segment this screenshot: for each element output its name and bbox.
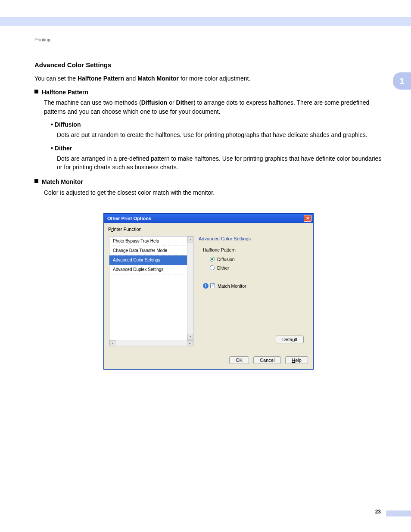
square-bullet-icon xyxy=(34,179,38,183)
section-halftone-body: The machine can use two methods (Diffusi… xyxy=(44,98,385,116)
text: You can set the xyxy=(34,75,78,82)
help-button[interactable]: Help xyxy=(285,356,308,364)
page-content: Advanced Color Settings You can set the … xyxy=(34,60,385,197)
intro-paragraph: You can set the Halftone Pattern and Mat… xyxy=(34,74,385,83)
term-dither: Dither xyxy=(176,99,193,106)
subitem-body: Dots are arranged in a pre-defined patte… xyxy=(57,154,385,172)
settings-panel: Advanced Color Settings Halftone Pattern… xyxy=(199,236,309,348)
radio-label: Diffusion xyxy=(217,257,235,262)
page-number-tab xyxy=(386,510,411,516)
cancel-button[interactable]: Cancel xyxy=(253,356,281,364)
radio-diffusion[interactable]: Diffusion xyxy=(210,257,235,262)
halftone-pattern-label: Halftone Pattern xyxy=(203,247,309,252)
section-match-monitor-body: Color is adjusted to get the closest col… xyxy=(44,188,385,197)
subitem-body: Dots are put at random to create the hal… xyxy=(57,131,385,139)
default-button[interactable]: Default xyxy=(276,336,304,343)
info-icon[interactable]: i xyxy=(203,283,209,289)
text: or xyxy=(167,99,176,106)
other-print-options-dialog: Other Print Options ✕ Printer Function P… xyxy=(103,213,314,370)
scroll-up-icon[interactable]: ▴ xyxy=(187,236,193,243)
radio-label: Dither xyxy=(217,265,229,271)
printer-function-listbox[interactable]: Photo Bypass Tray Help Change Data Trans… xyxy=(109,236,193,346)
subitem-label: Dither xyxy=(51,145,72,152)
chapter-number: 1 xyxy=(399,76,404,86)
list-item-selected[interactable]: Advanced Color Settings xyxy=(109,255,193,265)
dialog-title: Other Print Options xyxy=(107,216,151,221)
dialog-button-row: OK Cancel Help xyxy=(229,356,308,364)
checkbox-match-monitor[interactable]: ✓ Match Monitor xyxy=(210,283,246,289)
section-label: Match Monitor xyxy=(42,177,83,186)
section-label: Halftone Pattern xyxy=(42,88,88,96)
term-halftone-pattern: Halftone Pattern xyxy=(78,75,124,82)
text: atch Monitor xyxy=(221,283,246,289)
text: Di xyxy=(217,257,221,262)
panel-title: Advanced Color Settings xyxy=(199,236,309,241)
square-bullet-icon xyxy=(34,90,38,93)
vertical-scrollbar[interactable]: ▴ ▾ xyxy=(187,236,193,340)
list-item[interactable]: Photo Bypass Tray Help xyxy=(109,236,193,246)
dialog-body: Printer Function Photo Bypass Tray Help … xyxy=(104,223,313,369)
subitem-label: Diffusion xyxy=(51,121,81,128)
checkbox-icon: ✓ xyxy=(210,283,215,288)
header-divider xyxy=(0,26,411,26)
text: elp xyxy=(295,358,302,363)
ok-button[interactable]: OK xyxy=(229,356,249,364)
scroll-down-icon[interactable]: ▾ xyxy=(187,334,193,340)
printer-function-label: Printer Function xyxy=(108,227,309,232)
text: lt xyxy=(295,337,298,342)
text: her xyxy=(223,265,229,271)
text: Di xyxy=(217,265,221,271)
subitem-dither: Dither Dots are arranged in a pre-define… xyxy=(51,144,385,172)
text: for more color adjustment. xyxy=(179,75,251,82)
dialog-divider xyxy=(108,350,309,350)
page-title: Advanced Color Settings xyxy=(34,60,385,70)
text: Defa xyxy=(282,337,292,342)
chapter-number-tab: 1 xyxy=(393,72,411,90)
radio-icon xyxy=(210,265,215,270)
section-halftone-pattern: Halftone Pattern xyxy=(34,88,385,96)
list-item[interactable]: Advanced Duplex Settings xyxy=(109,265,193,274)
dialog-titlebar[interactable]: Other Print Options ✕ xyxy=(104,214,313,223)
text: fusion xyxy=(223,257,235,262)
section-match-monitor: Match Monitor xyxy=(34,177,385,186)
term-diffusion: Diffusion xyxy=(141,99,168,106)
page-number: 23 xyxy=(375,509,381,515)
horizontal-scrollbar[interactable]: ◂ ▸ xyxy=(109,340,193,346)
term-match-monitor: Match Monitor xyxy=(137,75,179,82)
list-item[interactable]: Change Data Transfer Mode xyxy=(109,246,193,255)
text: inter Function xyxy=(113,227,142,232)
text: and xyxy=(124,75,137,82)
scroll-right-icon[interactable]: ▸ xyxy=(187,340,193,345)
breadcrumb: Printing xyxy=(34,37,50,42)
mnemonic: M xyxy=(218,283,221,289)
radio-dither[interactable]: Dither xyxy=(210,265,229,271)
text: The machine can use two methods ( xyxy=(44,99,141,106)
close-icon[interactable]: ✕ xyxy=(304,215,311,222)
checkbox-label: Match Monitor xyxy=(218,283,246,289)
header-band xyxy=(0,17,411,26)
subitem-diffusion: Diffusion Dots are put at random to crea… xyxy=(51,120,385,140)
scroll-left-icon[interactable]: ◂ xyxy=(109,340,115,345)
radio-icon xyxy=(210,257,215,261)
